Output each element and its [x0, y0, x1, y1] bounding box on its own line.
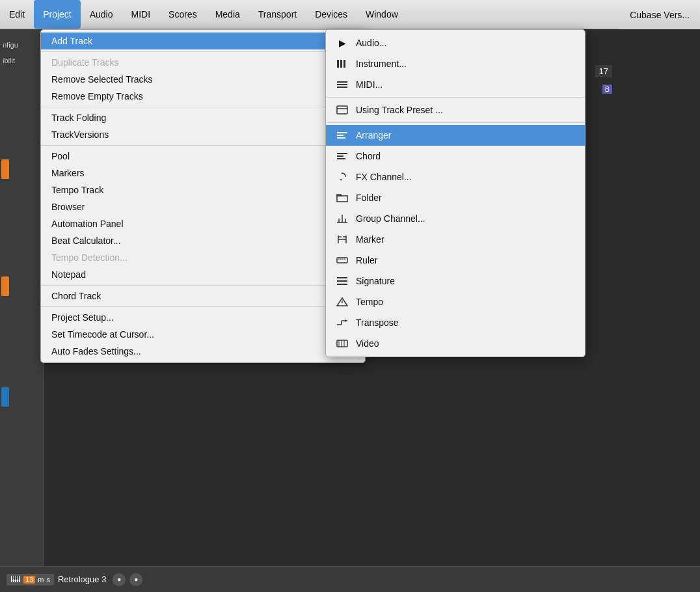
svg-rect-0 — [337, 60, 339, 68]
menubar-item-devices[interactable]: Devices — [306, 0, 357, 29]
dropdown-overlay: Add Track ▶ Duplicate Tracks Remove Sele… — [0, 29, 700, 592]
preset-icon — [335, 105, 349, 114]
submenu-item-instrument[interactable]: Instrument... — [326, 53, 585, 74]
video-icon — [335, 339, 349, 348]
svg-rect-1 — [340, 60, 342, 68]
submenu-divider-2 — [326, 122, 585, 123]
submenu-item-group-channel[interactable]: Group Channel... — [326, 208, 585, 229]
menu-item-project-setup[interactable]: Project Setup... ⇧S — [41, 309, 365, 326]
menu-item-pool[interactable]: Pool ⌘P — [41, 148, 365, 165]
submenu-item-audio[interactable]: ▶ Audio... — [326, 33, 585, 53]
svg-rect-6 — [337, 106, 347, 114]
menu-item-track-folding[interactable]: Track Folding ▶ — [41, 109, 365, 126]
menu-item-set-timecode[interactable]: Set Timecode at Cursor... — [41, 326, 365, 343]
menu-item-beat-calculator[interactable]: Beat Calculator... — [41, 232, 365, 249]
submenu-item-using-preset[interactable]: Using Track Preset ... — [326, 100, 585, 120]
add-track-submenu: ▶ Audio... Instrument... — [325, 29, 586, 357]
menu-item-remove-selected[interactable]: Remove Selected Tracks — [41, 71, 365, 88]
ruler-icon — [335, 256, 349, 265]
submenu-item-fx-channel[interactable]: FX Channel... — [326, 167, 585, 187]
svg-marker-36 — [345, 319, 347, 322]
instrument-icon — [335, 59, 349, 68]
menu-item-browser[interactable]: Browser ⌘B — [41, 198, 365, 215]
menu-divider-5 — [41, 306, 365, 307]
tempo-icon — [335, 297, 349, 306]
menu-item-duplicate-tracks: Duplicate Tracks — [41, 54, 365, 71]
menu-item-tempo-detection: Tempo Detection... — [41, 249, 365, 266]
menubar: Edit Project Audio MIDI Scores Media Tra… — [0, 0, 700, 29]
svg-rect-37 — [337, 340, 347, 347]
menu-divider-2 — [41, 107, 365, 107]
menu-item-notepad[interactable]: Notepad — [41, 266, 365, 283]
marker-icon — [335, 235, 349, 244]
menubar-item-transport[interactable]: Transport — [249, 0, 306, 29]
arranger-icon — [335, 131, 349, 140]
group-channel-icon — [335, 214, 349, 223]
fx-channel-icon — [335, 172, 349, 182]
folder-icon — [335, 193, 349, 202]
submenu-divider-1 — [326, 97, 585, 98]
menubar-item-scores[interactable]: Scores — [159, 0, 206, 29]
transpose-icon — [335, 318, 349, 327]
menu-item-tempo-track[interactable]: Tempo Track ⌘T — [41, 182, 365, 198]
menu-item-markers[interactable]: Markers ⌘M — [41, 165, 365, 182]
menubar-item-audio[interactable]: Audio — [81, 0, 122, 29]
submenu-item-midi[interactable]: MIDI... — [326, 74, 585, 95]
menu-divider — [41, 51, 365, 52]
submenu-item-arranger[interactable]: Arranger — [326, 125, 585, 146]
project-menu: Add Track ▶ Duplicate Tracks Remove Sele… — [40, 29, 366, 363]
chord-icon — [335, 152, 349, 161]
menu-item-remove-empty[interactable]: Remove Empty Tracks — [41, 88, 365, 105]
submenu-item-chord[interactable]: Chord — [326, 146, 585, 167]
submenu-item-signature[interactable]: Signature — [326, 271, 585, 291]
menubar-item-midi[interactable]: MIDI — [122, 0, 160, 29]
menu-item-chord-track[interactable]: Chord Track ▶ — [41, 288, 365, 304]
menu-divider-4 — [41, 285, 365, 286]
submenu-item-transpose[interactable]: Transpose — [326, 312, 585, 333]
cubase-version-label: Cubase Vers... — [619, 0, 700, 29]
menu-item-add-track[interactable]: Add Track ▶ — [41, 33, 365, 49]
submenu-item-video[interactable]: Video — [326, 333, 585, 354]
svg-rect-2 — [343, 60, 345, 68]
submenu-item-tempo[interactable]: Tempo — [326, 291, 585, 312]
menu-divider-3 — [41, 145, 365, 146]
submenu-item-folder[interactable]: Folder — [326, 187, 585, 208]
menu-item-track-versions[interactable]: TrackVersions ▶ — [41, 126, 365, 143]
midi-icon — [335, 80, 349, 89]
signature-icon — [335, 276, 349, 286]
svg-rect-23 — [337, 258, 347, 263]
menubar-item-window[interactable]: Window — [357, 0, 407, 29]
menubar-item-project[interactable]: Project — [34, 0, 81, 29]
menubar-item-media[interactable]: Media — [206, 0, 249, 29]
submenu-item-marker[interactable]: Marker — [326, 229, 585, 250]
menu-item-auto-fades[interactable]: Auto Fades Settings... — [41, 343, 365, 360]
menu-item-automation-panel[interactable]: Automation Panel F6 — [41, 215, 365, 232]
menubar-item-edit[interactable]: Edit — [0, 0, 34, 29]
audio-icon: ▶ — [335, 38, 349, 48]
submenu-item-ruler[interactable]: Ruler — [326, 250, 585, 271]
